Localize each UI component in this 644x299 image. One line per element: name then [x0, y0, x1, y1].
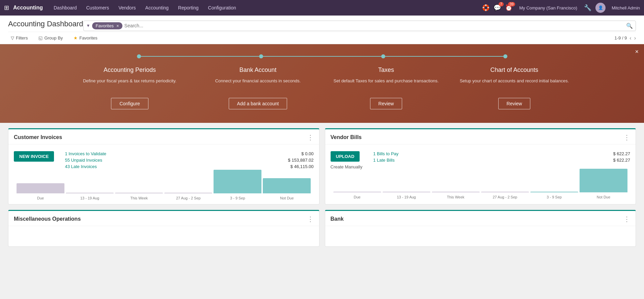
- bar-this-week-label: This Week: [130, 196, 148, 200]
- nav-customers[interactable]: Customers: [82, 0, 113, 16]
- banner-steps: [0, 54, 644, 58]
- customer-invoices-body: NEW INVOICE 1 Invoices to Validate $ 0.0…: [8, 144, 319, 204]
- new-invoice-button[interactable]: NEW INVOICE: [14, 151, 54, 162]
- nav-dashboard[interactable]: Dashboard: [50, 0, 81, 16]
- filters-button[interactable]: ▽ Filters: [8, 34, 30, 42]
- star-icon: ★: [74, 35, 78, 40]
- nav-reporting[interactable]: Reporting: [174, 0, 203, 16]
- support-icon[interactable]: 🛟: [482, 4, 489, 11]
- vendor-bills-title: Vendor Bills: [331, 134, 362, 140]
- activity-icon[interactable]: ⏰39: [505, 4, 512, 11]
- step-dot-2: [259, 54, 263, 58]
- vb-bar-27-aug: 27 Aug - 2 Sep: [481, 192, 529, 199]
- vb-bar-27-aug-bar: [481, 192, 529, 192]
- group-by-label: Group By: [44, 35, 63, 40]
- bar-this-week: This Week: [115, 193, 163, 200]
- banner-card-chart-of-accounts: Chart of Accounts Setup your chart of ac…: [450, 66, 579, 109]
- bar-3-9-bar: [214, 170, 261, 193]
- bank-title: Bank: [331, 216, 344, 222]
- vendor-bills-chart: Due 13 - 19 Aug This Week 27 Aug - 2 Sep: [331, 169, 631, 199]
- step-dot-1: [137, 54, 141, 58]
- banner-cards: Accounting Periods Define your fiscal ye…: [0, 66, 644, 109]
- vendor-bills-header: Vendor Bills ⋮: [325, 129, 636, 144]
- bar-27-aug-bar: [164, 193, 212, 193]
- tools-icon[interactable]: 🔧: [584, 4, 591, 11]
- customer-invoices-menu[interactable]: ⋮: [307, 134, 314, 141]
- filter-funnel-icon: ▽: [11, 35, 14, 40]
- setup-banner: × Accounting Periods Define your fiscal …: [0, 44, 644, 123]
- vb-stat-value-pay: $ 622.27: [613, 151, 630, 156]
- search-icon[interactable]: 🔍: [626, 23, 633, 29]
- bar-13-19-bar: [66, 193, 114, 193]
- nav-vendors[interactable]: Vendors: [114, 0, 140, 16]
- add-bank-account-button[interactable]: Add a bank account: [229, 98, 287, 109]
- vb-stat-label-pay[interactable]: 1 Bills to Pay: [373, 151, 398, 156]
- chart-review-button[interactable]: Review: [498, 98, 531, 109]
- misc-operations-body: [8, 226, 319, 246]
- accounting-periods-title: Accounting Periods: [73, 66, 187, 74]
- nav-accounting[interactable]: Accounting: [141, 0, 173, 16]
- stat-row-unpaid: 55 Unpaid Invoices $ 153,887.02: [65, 158, 313, 163]
- pager-next[interactable]: ›: [634, 35, 636, 41]
- app-grid-icon[interactable]: ⊞: [4, 4, 9, 11]
- chart-of-accounts-title: Chart of Accounts: [457, 66, 572, 74]
- pager-prev[interactable]: ‹: [629, 35, 631, 41]
- step-line-3: [385, 56, 503, 57]
- bar-due-label: Due: [37, 196, 44, 200]
- customer-invoices-chart: Due 13 - 19 Aug This Week 27 Aug - 2 Sep: [14, 170, 314, 200]
- configure-button[interactable]: Configure: [111, 98, 148, 109]
- taxes-title: Taxes: [329, 66, 444, 74]
- customer-invoices-title: Customer Invoices: [14, 134, 62, 140]
- pager: 1-9 / 9 ‹ ›: [614, 35, 636, 41]
- search-filter-tag: Favorites ×: [92, 22, 122, 29]
- vb-bar-not-due: Not Due: [580, 169, 627, 199]
- bar-not-due-label: Not Due: [280, 196, 293, 200]
- upload-button[interactable]: UPLOAD: [331, 151, 360, 162]
- app-name: Accounting: [13, 5, 43, 11]
- favorites-button[interactable]: ★ Favorites: [71, 34, 100, 42]
- avatar: 👤: [595, 3, 606, 13]
- vb-stat-row-late: 1 Late Bills $ 622.27: [373, 158, 630, 163]
- chat-icon[interactable]: 💬7: [494, 4, 501, 11]
- bar-due: Due: [17, 183, 64, 200]
- vendor-bills-menu[interactable]: ⋮: [623, 134, 630, 141]
- page-title: Accounting Dashboard: [8, 20, 83, 32]
- top-nav: ⊞ Accounting Dashboard Customers Vendors…: [0, 0, 644, 16]
- bar-due-bar: [17, 183, 64, 193]
- bar-this-week-bar: [115, 193, 163, 193]
- activity-badge: 39: [508, 2, 515, 6]
- bar-13-19-label: 13 - 19 Aug: [80, 196, 99, 200]
- create-manually-link[interactable]: Create Manually: [331, 164, 363, 169]
- favorites-label: Favorites: [79, 35, 97, 40]
- search-input[interactable]: [124, 23, 624, 28]
- step-line-2: [263, 56, 381, 57]
- filters-label: Filters: [16, 35, 28, 40]
- vb-bar-13-19: 13 - 19 Aug: [383, 192, 430, 199]
- customer-invoices-card: Customer Invoices ⋮ NEW INVOICE 1 Invoic…: [8, 128, 319, 205]
- vb-bar-this-week-label: This Week: [447, 195, 465, 199]
- vb-stat-label-late[interactable]: 1 Late Bills: [373, 158, 395, 163]
- vb-bar-due-label: Due: [354, 195, 360, 199]
- stat-label-late[interactable]: 43 Late Invoices: [65, 164, 97, 169]
- misc-operations-header: Miscellaneous Operations ⋮: [8, 211, 319, 226]
- search-bar: ▼ Favorites × 🔍: [83, 21, 636, 31]
- vb-bar-3-9-bar: [530, 192, 578, 192]
- vb-stat-value-late: $ 622.27: [613, 158, 630, 163]
- misc-operations-menu[interactable]: ⋮: [307, 216, 314, 222]
- filter-tag-close[interactable]: ×: [116, 23, 119, 28]
- bar-27-aug-label: 27 Aug - 2 Sep: [176, 196, 201, 200]
- vb-bar-13-19-label: 13 - 19 Aug: [397, 195, 416, 199]
- stat-label-unpaid[interactable]: 55 Unpaid Invoices: [65, 158, 102, 163]
- bar-3-9-label: 3 - 9 Sep: [230, 196, 245, 200]
- taxes-review-button[interactable]: Review: [370, 98, 402, 109]
- nav-configuration[interactable]: Configuration: [204, 0, 240, 16]
- vendor-bills-stats: 1 Bills to Pay $ 622.27 1 Late Bills $ 6…: [373, 151, 630, 164]
- banner-close-button[interactable]: ×: [635, 48, 639, 55]
- group-by-button[interactable]: ◱ Group By: [36, 34, 65, 42]
- bank-menu[interactable]: ⋮: [623, 216, 630, 222]
- bank-header: Bank ⋮: [325, 211, 636, 226]
- company-name: My Company (San Francisco): [519, 5, 577, 10]
- vb-bar-not-due-label: Not Due: [597, 195, 610, 199]
- stat-label-validate[interactable]: 1 Invoices to Validate: [65, 151, 106, 156]
- taxes-desc: Set default Taxes for sales and purchase…: [329, 78, 444, 91]
